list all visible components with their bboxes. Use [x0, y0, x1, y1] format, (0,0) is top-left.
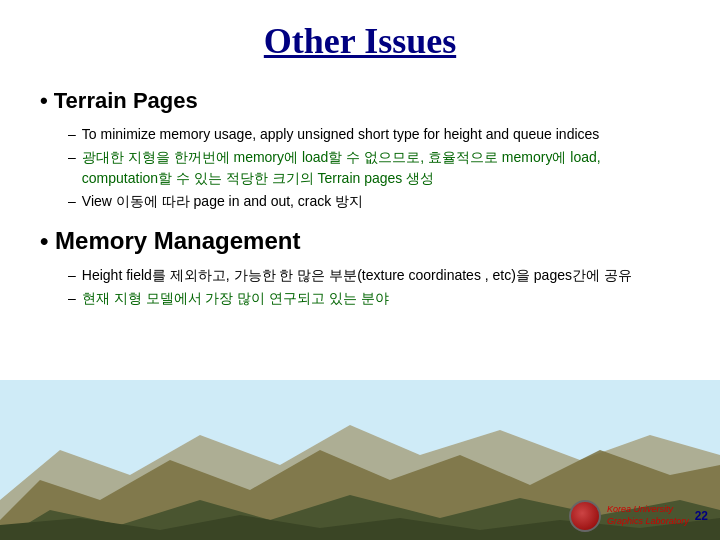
terrain-sub-bullets: – To minimize memory usage, apply unsign… [68, 124, 680, 211]
logo-area: Korea University Graphics Laboratory 22 [569, 500, 708, 532]
memory-title: • Memory Management [40, 227, 300, 255]
university-logo [569, 500, 601, 532]
memory-header: • Memory Management [40, 217, 680, 261]
logo-line2: Graphics Laboratory [607, 516, 689, 528]
terrain-bullet-3: – View 이동에 따라 page in and out, crack 방지 [68, 191, 680, 211]
dash-1: – [68, 124, 76, 144]
page-number: 22 [695, 509, 708, 523]
dash-5: – [68, 288, 76, 308]
terrain-text-1: To minimize memory usage, apply unsigned… [82, 124, 600, 144]
slide-content: Other Issues • Terrain Pages – To minimi… [0, 0, 720, 309]
memory-text-1: Height field를 제외하고, 가능한 한 많은 부분(texture … [82, 265, 632, 285]
logo-line1: Korea University [607, 504, 689, 516]
dash-3: – [68, 191, 76, 211]
memory-text-2: 현재 지형 모델에서 가장 많이 연구되고 있는 분야 [82, 288, 389, 308]
section-terrain: • Terrain Pages – To minimize memory usa… [40, 80, 680, 211]
terrain-text-3: View 이동에 따라 page in and out, crack 방지 [82, 191, 363, 211]
memory-bullet-1: – Height field를 제외하고, 가능한 한 많은 부분(textur… [68, 265, 680, 285]
terrain-bullet-1: – To minimize memory usage, apply unsign… [68, 124, 680, 144]
terrain-bullet-2: – 광대한 지형을 한꺼번에 memory에 load할 수 없으므로, 효율적… [68, 147, 680, 188]
logo-text-block: Korea University Graphics Laboratory [607, 504, 689, 527]
memory-bullet-2: – 현재 지형 모델에서 가장 많이 연구되고 있는 분야 [68, 288, 680, 308]
slide: Other Issues • Terrain Pages – To minimi… [0, 0, 720, 540]
dash-2: – [68, 147, 76, 167]
terrain-title: • Terrain Pages [40, 88, 198, 114]
dash-4: – [68, 265, 76, 285]
terrain-header: • Terrain Pages [40, 80, 680, 120]
memory-sub-bullets: – Height field를 제외하고, 가능한 한 많은 부분(textur… [68, 265, 680, 309]
terrain-text-2: 광대한 지형을 한꺼번에 memory에 load할 수 없으므로, 효율적으로… [82, 147, 680, 188]
section-memory: • Memory Management – Height field를 제외하고… [40, 217, 680, 309]
slide-title: Other Issues [40, 20, 680, 62]
